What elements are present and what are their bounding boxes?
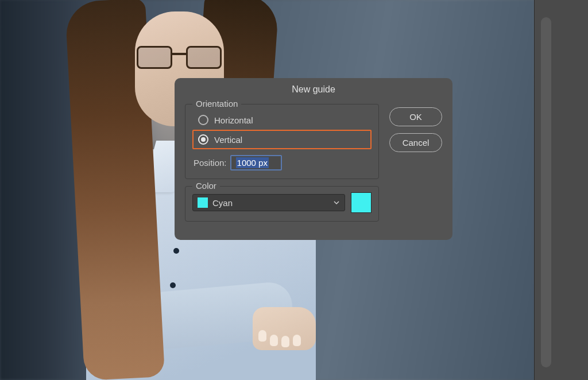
new-guide-dialog: New guide Orientation Horizontal Vertica…: [175, 78, 452, 240]
radio-icon-selected: [198, 134, 208, 145]
dialog-title: New guide: [175, 78, 452, 100]
dropdown-selected-label: Cyan: [212, 198, 328, 208]
cancel-button[interactable]: Cancel: [389, 133, 442, 152]
radio-icon: [198, 115, 208, 125]
dropdown-swatch: [198, 197, 208, 208]
color-fieldset: Color Cyan: [185, 186, 379, 222]
radio-horizontal[interactable]: Horizontal: [192, 110, 372, 130]
position-input[interactable]: 1000 px: [230, 155, 282, 170]
chevron-down-icon: [333, 199, 340, 206]
orientation-legend: Orientation: [192, 99, 241, 108]
scrollbar-vertical[interactable]: [541, 17, 551, 367]
panel-dock: [534, 0, 588, 380]
color-dropdown[interactable]: Cyan: [192, 194, 345, 211]
radio-vertical-label: Vertical: [214, 135, 242, 145]
ok-button[interactable]: OK: [389, 107, 442, 126]
radio-horizontal-label: Horizontal: [214, 115, 253, 125]
color-swatch-preview[interactable]: [351, 192, 372, 213]
radio-vertical[interactable]: Vertical: [192, 130, 372, 149]
position-label: Position:: [194, 158, 227, 168]
orientation-fieldset: Orientation Horizontal Vertical Position…: [185, 104, 379, 179]
color-legend: Color: [192, 181, 220, 191]
